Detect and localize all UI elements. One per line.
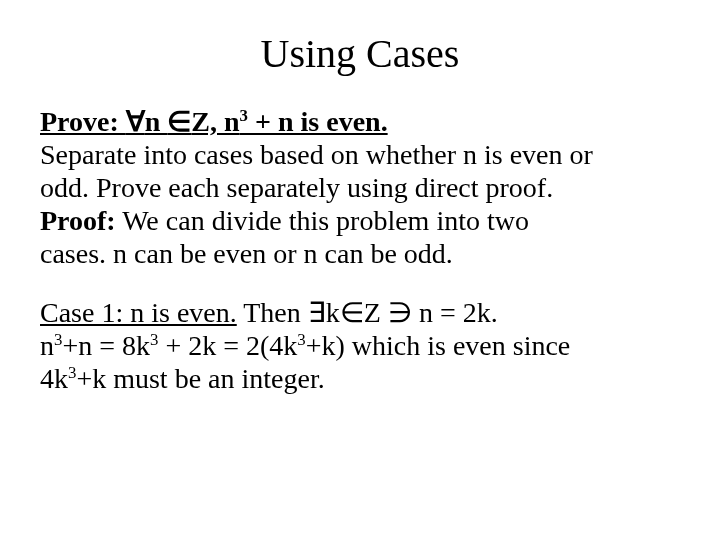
- slide-body: Prove: ∀n ∈Z, n3 + n is even. Separate i…: [40, 105, 680, 395]
- case1-label: Case 1: n is even.: [40, 297, 237, 328]
- para1-line1: Separate into cases based on whether n i…: [40, 138, 680, 171]
- case1-line3: 4k3+k must be an integer.: [40, 362, 680, 395]
- prove-line: Prove: ∀n ∈Z, n3 + n is even.: [40, 105, 680, 138]
- para1-line2: odd. Prove each separately using direct …: [40, 171, 680, 204]
- prove-statement: ∀n ∈Z, n3 + n is even.: [126, 106, 388, 137]
- case1-line1: Case 1: n is even. Then ∃k∈Z ∋ n = 2k.: [40, 296, 680, 329]
- prove-label: Prove:: [40, 106, 126, 137]
- spacer: [40, 270, 680, 296]
- proof-line1: Proof: We can divide this problem into t…: [40, 204, 680, 237]
- slide: Using Cases Prove: ∀n ∈Z, n3 + n is even…: [0, 0, 720, 540]
- slide-title: Using Cases: [40, 30, 680, 77]
- proof-label: Proof:: [40, 205, 116, 236]
- case1-line2: n3+n = 8k3 + 2k = 2(4k3+k) which is even…: [40, 329, 680, 362]
- proof-line2: cases. n can be even or n can be odd.: [40, 237, 680, 270]
